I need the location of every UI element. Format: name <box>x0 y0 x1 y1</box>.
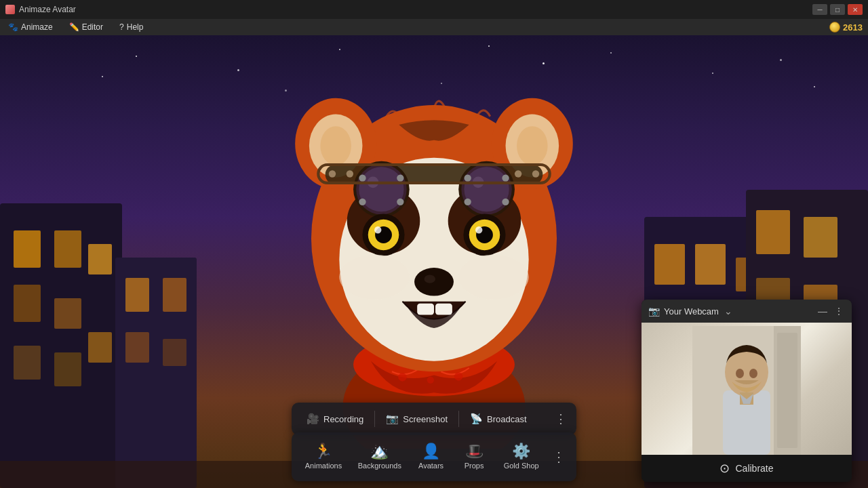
svg-rect-16 <box>695 244 726 285</box>
svg-rect-12 <box>125 332 149 363</box>
svg-point-88 <box>736 369 744 378</box>
props-label: Props <box>465 462 484 470</box>
svg-point-52 <box>397 175 403 182</box>
avatars-label: Avatars <box>418 462 443 470</box>
menu-help-label: Help <box>127 22 144 32</box>
svg-rect-10 <box>125 278 149 312</box>
help-icon: ? <box>119 22 124 32</box>
svg-rect-2 <box>54 230 81 268</box>
animations-label: Animations <box>305 462 342 470</box>
viewport: 📷 Your Webcam ⌄ — ⋮ <box>0 35 868 488</box>
menu-animaze-label: Animaze <box>21 22 53 32</box>
webcam-minimize-button[interactable]: — <box>816 304 829 318</box>
nav-more-button[interactable]: ⋮ <box>548 446 570 468</box>
props-icon: 🎩 <box>465 444 484 459</box>
broadcast-icon: 📡 <box>470 413 483 425</box>
nav-item-backgrounds[interactable]: 🏔️ Backgrounds <box>351 440 408 474</box>
svg-point-33 <box>398 373 406 381</box>
animaze-icon: 🐾 <box>8 22 18 32</box>
app-icon <box>5 5 15 14</box>
camera-icon: 📷 <box>648 306 660 317</box>
svg-rect-78 <box>417 304 434 315</box>
gold-counter: 2613 <box>829 22 863 33</box>
recording-icon: 🎥 <box>307 413 319 425</box>
menu-editor-label: Editor <box>82 22 103 32</box>
svg-point-81 <box>458 254 528 299</box>
svg-rect-1 <box>14 230 41 268</box>
calibrate-button[interactable]: ⊙ Calibrate <box>642 455 852 482</box>
svg-rect-4 <box>14 285 41 322</box>
backgrounds-icon: 🏔️ <box>370 444 389 459</box>
webcam-video-area <box>642 323 852 455</box>
webcam-more-button[interactable]: ⋮ <box>833 304 845 318</box>
nav-item-props[interactable]: 🎩 Props <box>454 440 494 474</box>
toolbar-divider-1 <box>374 411 375 427</box>
avatar-svg <box>217 42 651 449</box>
chevron-down-icon[interactable]: ⌄ <box>724 306 732 317</box>
recording-button[interactable]: 🎥 Recording <box>297 409 373 429</box>
nav-bar: 🏃 Animations 🏔️ Backgrounds 👤 Avatars 🎩 … <box>292 432 576 481</box>
calibrate-label: Calibrate <box>735 463 773 474</box>
person-silhouette-svg <box>692 326 801 455</box>
svg-point-76 <box>414 268 454 296</box>
toolbar-more-button[interactable]: ⋮ <box>551 409 571 429</box>
svg-point-51 <box>359 175 366 182</box>
svg-rect-13 <box>163 339 186 366</box>
svg-point-60 <box>502 175 509 182</box>
app-title: Animaze Avatar <box>19 5 76 14</box>
svg-point-42 <box>517 126 548 165</box>
svg-rect-7 <box>54 352 81 386</box>
svg-point-77 <box>425 274 436 283</box>
svg-point-67 <box>532 170 539 177</box>
avatar-container <box>197 35 671 455</box>
webcam-panel: 📷 Your Webcam ⌄ — ⋮ <box>642 300 852 482</box>
recording-label: Recording <box>323 414 363 424</box>
svg-point-34 <box>427 376 434 383</box>
svg-rect-8 <box>88 332 112 363</box>
gold-coin-icon <box>829 22 840 33</box>
editor-icon: ✏️ <box>69 22 79 32</box>
gold-amount: 2613 <box>843 22 863 33</box>
svg-point-64 <box>329 170 336 177</box>
broadcast-button[interactable]: 📡 Broadcast <box>460 409 536 429</box>
screenshot-button[interactable]: 📷 Screenshot <box>376 409 457 429</box>
animations-icon: 🏃 <box>314 444 332 459</box>
broadcast-label: Broadcast <box>487 414 527 424</box>
svg-rect-84 <box>777 333 797 448</box>
webcam-title: Your Webcam <box>664 306 719 317</box>
close-button[interactable]: ✕ <box>848 4 863 15</box>
calibrate-icon: ⊙ <box>719 461 730 476</box>
backgrounds-label: Backgrounds <box>358 462 401 470</box>
title-bar-left: Animaze Avatar <box>5 5 76 14</box>
nav-item-gold-shop[interactable]: ⚙️ Gold Shop <box>497 440 546 474</box>
minimize-button[interactable]: ─ <box>812 4 827 15</box>
gold-shop-icon: ⚙️ <box>512 444 530 459</box>
svg-point-59 <box>464 175 471 182</box>
svg-point-61 <box>464 199 471 205</box>
webcam-header-controls: — ⋮ <box>816 304 845 318</box>
svg-rect-3 <box>88 244 112 274</box>
menu-item-editor[interactable]: ✏️ Editor <box>66 21 106 33</box>
svg-rect-79 <box>435 304 452 315</box>
svg-point-53 <box>359 199 366 205</box>
svg-rect-6 <box>14 346 41 380</box>
nav-item-animations[interactable]: 🏃 Animations <box>298 440 349 474</box>
recording-toolbar: 🎥 Recording 📷 Screenshot 📡 Broadcast ⋮ <box>292 403 576 435</box>
toolbar-divider-2 <box>458 411 459 427</box>
maximize-button[interactable]: □ <box>830 4 845 15</box>
svg-point-89 <box>749 369 757 378</box>
svg-rect-24 <box>756 210 790 254</box>
svg-point-65 <box>347 170 353 177</box>
svg-point-62 <box>502 199 509 205</box>
title-bar: Animaze Avatar ─ □ ✕ <box>0 0 868 19</box>
menu-item-animaze[interactable]: 🐾 Animaze <box>5 21 56 33</box>
svg-point-75 <box>475 226 482 233</box>
menu-item-help[interactable]: ? Help <box>117 21 146 33</box>
screenshot-label: Screenshot <box>403 414 448 424</box>
screenshot-icon: 📷 <box>386 413 399 425</box>
nav-item-avatars[interactable]: 👤 Avatars <box>411 440 452 474</box>
webcam-header: 📷 Your Webcam ⌄ — ⋮ <box>642 300 852 323</box>
menu-bar: 🐾 Animaze ✏️ Editor ? Help 2613 <box>0 19 868 35</box>
svg-point-54 <box>397 199 403 205</box>
gold-shop-label: Gold Shop <box>504 462 539 470</box>
